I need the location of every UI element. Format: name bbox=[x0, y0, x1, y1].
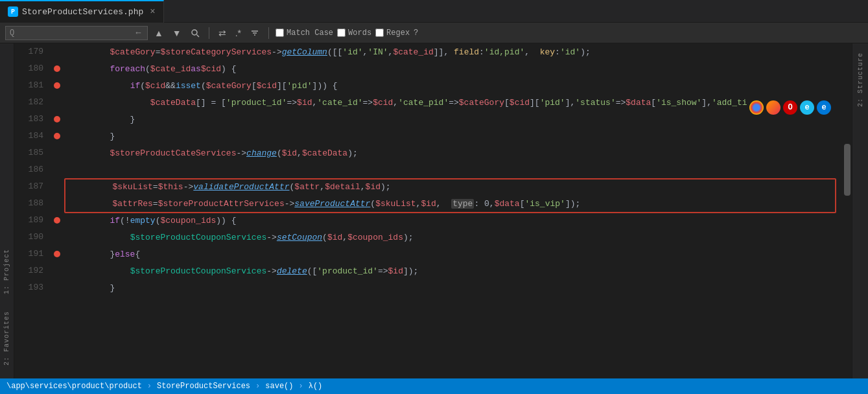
chrome-icon[interactable] bbox=[749, 100, 764, 115]
file-tab[interactable]: P StoreProductServices.php × bbox=[0, 0, 164, 23]
line-numbers: 179 180 181 182 183 184 185 186 187 188 … bbox=[14, 43, 50, 378]
line-num-190: 190 bbox=[14, 229, 43, 246]
php-icon: P bbox=[8, 6, 18, 17]
code-line-184: } bbox=[69, 128, 843, 145]
code-line-188: $attrRes = $storeProductAttrServices -> … bbox=[69, 195, 843, 212]
words-checkbox[interactable] bbox=[337, 29, 346, 37]
breadcrumb-sep3: › bbox=[299, 382, 303, 391]
clear-search-icon[interactable]: ⟵ bbox=[136, 29, 141, 37]
match-case-label: Match Case bbox=[287, 29, 333, 38]
line-num-180: 180 bbox=[14, 60, 43, 77]
line-num-182: 182 bbox=[14, 94, 43, 111]
svg-point-0 bbox=[192, 30, 197, 35]
next-result-button[interactable]: ▼ bbox=[170, 27, 184, 40]
line-num-187: 187 bbox=[14, 178, 43, 195]
line-num-192: 192 bbox=[14, 262, 43, 279]
code-line-191: } else { bbox=[69, 246, 843, 262]
right-sidebar-panel: 2: Structure bbox=[852, 43, 868, 378]
bp-188 bbox=[50, 195, 64, 212]
toggle-replace-button[interactable]: ⇄ bbox=[216, 27, 229, 40]
scroll-thumb[interactable] bbox=[844, 144, 850, 196]
breadcrumb-sep2: › bbox=[255, 382, 260, 391]
code-line-179: $cateGory = $storeCategoryServices -> ge… bbox=[69, 43, 843, 60]
line-num-185: 185 bbox=[14, 145, 43, 161]
bp-180 bbox=[50, 60, 64, 77]
breadcrumb-sep1: › bbox=[147, 382, 152, 391]
bp-186 bbox=[50, 161, 64, 178]
ie-icon[interactable]: e bbox=[800, 100, 814, 115]
code-line-192: $storeProductCouponServices -> delete ([… bbox=[69, 262, 843, 279]
code-line-180: foreach ( $cate_id as $cid ) { bbox=[69, 60, 843, 77]
breadcrumb-path: \app\services\product\product bbox=[6, 382, 142, 391]
search-icon: Q bbox=[10, 29, 14, 38]
scrollbar[interactable] bbox=[843, 43, 852, 378]
bp-184 bbox=[50, 128, 64, 145]
regex-checkbox[interactable] bbox=[375, 29, 384, 37]
code-line-182: $cateData [] = [ 'product_id' => $id , '… bbox=[69, 94, 843, 111]
words-checkbox-label[interactable]: Words bbox=[337, 29, 371, 38]
left-sidebar-panel: 1: Project 2: Favorites bbox=[0, 43, 14, 378]
code-editor: 179 180 181 182 183 184 185 186 187 188 … bbox=[14, 43, 852, 378]
bp-189 bbox=[50, 212, 64, 229]
svg-line-1 bbox=[196, 34, 199, 37]
prev-result-button[interactable]: ▲ bbox=[152, 27, 166, 40]
code-line-187: $skuList = $this -> validateProductAttr … bbox=[69, 178, 843, 195]
tab-label: StoreProductServices.php bbox=[22, 7, 143, 17]
bp-179 bbox=[50, 43, 64, 60]
tab-bar: P StoreProductServices.php × bbox=[0, 0, 868, 23]
line-num-184: 184 bbox=[14, 128, 43, 145]
toolbar-separator2 bbox=[268, 27, 269, 39]
bp-185 bbox=[50, 145, 64, 161]
filter-icon bbox=[250, 29, 259, 38]
code-line-186 bbox=[69, 161, 843, 178]
breadcrumb-class: StoreProductServices bbox=[157, 382, 250, 391]
line-num-179: 179 bbox=[14, 43, 43, 60]
breadcrumb-lambda: λ() bbox=[309, 382, 323, 391]
main-area: 1: Project 2: Favorites 179 180 181 182 … bbox=[0, 43, 868, 378]
code-line-190: $storeProductCouponServices -> setCoupon… bbox=[69, 229, 843, 246]
structure-label: 2: Structure bbox=[857, 52, 864, 107]
opera-icon[interactable]: O bbox=[783, 100, 797, 115]
line-num-186: 186 bbox=[14, 161, 43, 178]
match-case-checkbox-label[interactable]: Match Case bbox=[276, 29, 333, 38]
regex-toggle-button[interactable]: .* bbox=[233, 27, 244, 40]
regex-label: Regex bbox=[386, 29, 410, 38]
match-case-checkbox[interactable] bbox=[276, 29, 284, 37]
bp-190 bbox=[50, 229, 64, 246]
find-in-file-button[interactable] bbox=[188, 27, 202, 39]
code-line-185: $storeProductCateServices -> change ( $i… bbox=[69, 145, 843, 161]
firefox-icon[interactable] bbox=[766, 100, 780, 115]
status-bar: \app\services\product\product › StorePro… bbox=[0, 378, 868, 394]
line-num-188: 188 bbox=[14, 195, 43, 212]
line-num-193: 193 bbox=[14, 279, 43, 296]
bp-187 bbox=[50, 178, 64, 195]
edge-icon[interactable]: e bbox=[817, 100, 831, 115]
search-file-icon bbox=[191, 29, 200, 38]
code-area: 179 180 181 182 183 184 185 186 187 188 … bbox=[14, 43, 852, 378]
favorites-panel-label: 2: Favorites bbox=[3, 311, 10, 365]
line-num-183: 183 bbox=[14, 111, 43, 128]
tab-close-button[interactable]: × bbox=[150, 6, 155, 17]
bp-181 bbox=[50, 77, 64, 94]
search-input[interactable] bbox=[17, 28, 134, 38]
breadcrumb-method: save() bbox=[265, 382, 293, 391]
bp-193 bbox=[50, 279, 64, 296]
line-num-181: 181 bbox=[14, 77, 43, 94]
browser-icons: O e e bbox=[749, 100, 831, 115]
code-line-193: } bbox=[69, 279, 843, 296]
line-num-191: 191 bbox=[14, 246, 43, 262]
regex-checkbox-label[interactable]: Regex bbox=[375, 29, 410, 38]
code-line-183: } bbox=[69, 111, 843, 128]
help-button[interactable]: ? bbox=[414, 29, 418, 38]
toolbar: Q ⟵ ▲ ▼ ⇄ .* Match Case Words Regex ? bbox=[0, 23, 868, 43]
options-button[interactable] bbox=[248, 27, 262, 39]
bp-183 bbox=[50, 111, 64, 128]
search-wrap: Q ⟵ bbox=[5, 26, 148, 40]
bp-191 bbox=[50, 246, 64, 262]
toolbar-separator bbox=[209, 27, 209, 39]
code-lines: $cateGory = $storeCategoryServices -> ge… bbox=[64, 43, 843, 378]
project-panel-label: 1: Project bbox=[3, 56, 10, 294]
code-line-189: if (! empty ( $coupon_ids )) { bbox=[69, 212, 843, 229]
line-num-189: 189 bbox=[14, 212, 43, 229]
bp-182 bbox=[50, 94, 64, 111]
